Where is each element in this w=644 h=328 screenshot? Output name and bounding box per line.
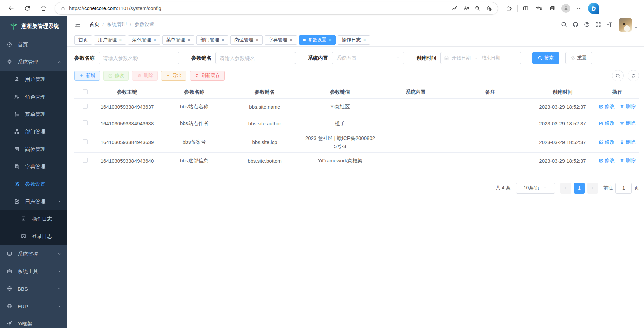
back-arrow-icon: [8, 5, 14, 11]
tab-角色管理[interactable]: 角色管理×: [128, 35, 160, 45]
sidebar-item-login-log[interactable]: 登录日志: [0, 228, 67, 245]
breadcrumb-item[interactable]: 首页: [89, 21, 99, 28]
password-key-icon[interactable]: [449, 3, 460, 13]
tab-close-icon[interactable]: ×: [363, 37, 366, 42]
font-size-icon[interactable]: [604, 19, 615, 31]
select-all-checkbox[interactable]: [83, 89, 88, 94]
sidebar-item-label: 岗位管理: [25, 146, 45, 153]
row-checkbox[interactable]: [83, 104, 88, 109]
cell-remark: [451, 115, 530, 132]
search-button[interactable]: 搜索: [532, 52, 559, 64]
sidebar-item-menu-mgmt[interactable]: 菜单管理: [0, 106, 67, 123]
row-delete-button[interactable]: 删除: [620, 157, 636, 164]
tab-close-icon[interactable]: ×: [329, 37, 332, 42]
tab-close-icon[interactable]: ×: [187, 37, 191, 42]
sidebar-item-post-mgmt[interactable]: 岗位管理: [0, 141, 67, 158]
table-header-row: 参数主键参数名称参数键名参数键值系统内置备注创建时间操作: [74, 86, 639, 98]
tab-close-icon[interactable]: ×: [290, 37, 293, 42]
extensions-icon[interactable]: [502, 2, 516, 15]
row-delete-button[interactable]: 删除: [620, 103, 636, 110]
sidebar-item-sys-monitor[interactable]: 系统监控: [0, 245, 67, 263]
add-button[interactable]: 新增: [74, 71, 100, 81]
next-page-button[interactable]: [587, 183, 598, 194]
refresh-cache-button[interactable]: 刷新缓存: [190, 71, 225, 81]
tab-岗位管理[interactable]: 岗位管理×: [230, 35, 263, 45]
trash-icon: [137, 73, 142, 78]
log-icon: [14, 199, 20, 205]
sidebar-item-role-mgmt[interactable]: 角色管理: [0, 88, 67, 106]
fullscreen-icon[interactable]: [592, 19, 604, 31]
tab-字典管理[interactable]: 字典管理×: [265, 35, 297, 45]
delete-button[interactable]: 删除: [132, 71, 158, 81]
current-page-button[interactable]: 1: [574, 183, 585, 194]
split-screen-icon[interactable]: [519, 2, 532, 15]
tab-close-icon[interactable]: ×: [256, 37, 259, 42]
sidebar-item-bbs[interactable]: BBS: [0, 280, 67, 297]
row-edit-button[interactable]: 修改: [599, 139, 615, 145]
bing-chat-icon[interactable]: b: [588, 3, 599, 14]
cell-param-id: 1641030593384943638: [95, 115, 159, 132]
badge-icon: [14, 146, 20, 152]
sidebar-item-param-config[interactable]: 参数设置: [0, 175, 67, 193]
sidebar-item-erp[interactable]: ERP: [0, 297, 67, 315]
goto-page-input[interactable]: [615, 183, 632, 194]
row-checkbox[interactable]: [83, 120, 88, 125]
search-icon[interactable]: [558, 19, 570, 31]
sidebar-item-dict-mgmt[interactable]: 字典管理: [0, 158, 67, 175]
chevron-down-icon: [57, 252, 62, 256]
sidebar-item-system-mgmt[interactable]: 系统管理: [0, 53, 67, 71]
sidebar-item-dept-mgmt[interactable]: 部门管理: [0, 123, 67, 141]
tab-菜单管理[interactable]: 菜单管理×: [162, 35, 195, 45]
zoom-out-icon[interactable]: [472, 3, 483, 13]
user-avatar[interactable]: [619, 18, 632, 32]
param-name-input[interactable]: [99, 52, 179, 64]
row-checkbox[interactable]: [83, 139, 88, 144]
prev-page-button[interactable]: [560, 183, 571, 194]
sidebar-item-yi-framework[interactable]: Yi框架: [0, 315, 67, 328]
browser-back-button[interactable]: [4, 2, 18, 15]
address-bar[interactable]: https://ccnetcore.com:1101/system/config: [55, 2, 498, 14]
reset-button[interactable]: 重置: [565, 52, 592, 64]
sidebar-item-home[interactable]: 首页: [0, 36, 67, 53]
browser-home-button[interactable]: [36, 2, 50, 15]
builtin-select[interactable]: 系统内置: [332, 52, 404, 64]
row-delete-button[interactable]: 删除: [620, 120, 636, 126]
export-button[interactable]: 导出: [161, 71, 186, 81]
row-edit-button[interactable]: 修改: [599, 157, 615, 164]
tab-参数设置[interactable]: 参数设置×: [299, 35, 336, 45]
tab-首页[interactable]: 首页: [74, 35, 92, 45]
sidebar-collapse-icon[interactable]: [72, 19, 83, 30]
row-checkbox[interactable]: [83, 158, 88, 163]
row-edit-button[interactable]: 修改: [599, 120, 615, 126]
tab-close-icon[interactable]: ×: [119, 37, 122, 42]
sidebar-item-user-mgmt[interactable]: 用户管理: [0, 71, 67, 88]
help-icon[interactable]: [581, 19, 592, 31]
favorites-icon[interactable]: [532, 2, 546, 15]
collections-icon[interactable]: [546, 2, 559, 15]
tab-部门管理[interactable]: 部门管理×: [196, 35, 228, 45]
tab-操作日志[interactable]: 操作日志×: [338, 35, 370, 45]
row-delete-button[interactable]: 删除: [620, 139, 636, 145]
github-icon[interactable]: [570, 19, 581, 31]
add-favorite-icon[interactable]: [483, 3, 494, 13]
tab-close-icon[interactable]: ×: [221, 37, 224, 42]
browser-menu-icon[interactable]: [573, 2, 586, 15]
refresh-table-button[interactable]: [628, 70, 639, 81]
read-aloud-icon[interactable]: [460, 3, 472, 13]
browser-actions: b: [502, 2, 599, 15]
toggle-search-button[interactable]: [612, 70, 624, 81]
row-edit-button[interactable]: 修改: [599, 103, 615, 110]
browser-refresh-button[interactable]: [20, 2, 34, 15]
app-logo[interactable]: 意框架管理系统: [0, 16, 67, 36]
tab-close-icon[interactable]: ×: [153, 37, 156, 42]
date-range-picker[interactable]: 开始日期 - 结束日期: [440, 52, 521, 64]
param-key-input[interactable]: [215, 52, 296, 64]
sidebar-item-op-log[interactable]: 操作日志: [0, 210, 67, 228]
page-size-select[interactable]: 10条/页: [516, 183, 555, 194]
modify-button[interactable]: 修改: [103, 71, 129, 81]
tab-用户管理[interactable]: 用户管理×: [94, 35, 126, 45]
browser-profile-button[interactable]: [559, 2, 573, 15]
avatar-caret-icon[interactable]: [634, 25, 638, 30]
sidebar-item-log-mgmt[interactable]: 日志管理: [0, 193, 67, 210]
sidebar-item-sys-tools[interactable]: 系统工具: [0, 263, 67, 280]
